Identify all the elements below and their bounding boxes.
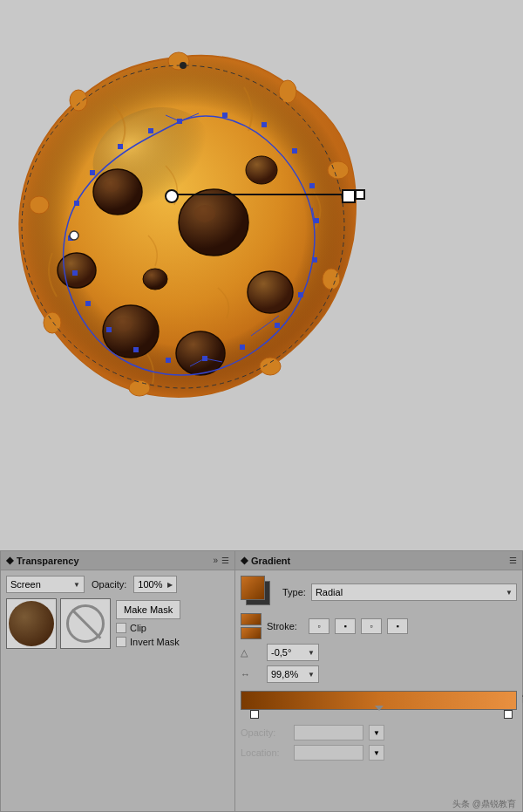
gradient-tool-line: [170, 194, 353, 195]
type-dropdown-arrow: ▼: [506, 589, 513, 597]
angle-arrow: ▼: [308, 649, 315, 657]
angle-row: △ -0,5° ▼: [241, 644, 517, 661]
gradient-menu-icon[interactable]: ☰: [509, 556, 517, 565]
gradient-stop-left[interactable]: [250, 710, 259, 719]
transparency-panel-title: ◆ Transparency: [6, 555, 79, 566]
gradient-panel: ◆ Gradient ☰ Type: Radial ▼: [235, 550, 523, 812]
invert-mask-label: Invert Mask: [130, 637, 180, 647]
mask-thumbnail[interactable]: [60, 598, 111, 649]
diamond-icon: ◆: [6, 555, 13, 566]
opacity-arrow: ▶: [167, 581, 173, 589]
gradient-location-input[interactable]: [294, 745, 363, 761]
stroke-row: Stroke: ▫ ▪ ▫ ▪: [241, 613, 517, 639]
cookie-illustration: [9, 35, 357, 454]
gradient-panel-title: ◆ Gradient: [241, 555, 290, 566]
layer-thumb-ball: [9, 601, 54, 646]
no-mask-icon: [66, 604, 105, 643]
gradient-opacity-row: Opacity: ▼: [241, 725, 517, 740]
scale-input[interactable]: 99,8% ▼: [267, 665, 319, 683]
type-label: Type:: [282, 587, 306, 597]
gradient-swatch-front: [241, 576, 265, 600]
scale-row: ↔ 99,8% ▼: [241, 665, 517, 683]
make-mask-button[interactable]: Make Mask: [116, 600, 180, 619]
gradient-opacity-input[interactable]: [294, 725, 363, 740]
svg-point-20: [143, 269, 167, 290]
gradient-midpoint[interactable]: [375, 706, 384, 711]
panel-header-controls: » ☰: [213, 556, 229, 565]
svg-point-2: [279, 80, 296, 103]
clip-checkbox-row: Clip: [116, 623, 180, 633]
svg-point-18: [248, 271, 293, 313]
transparency-panel-body: Screen ▼ Opacity: 100% ▶: [1, 570, 234, 654]
svg-point-9: [70, 90, 87, 111]
mode-dropdown-arrow: ▼: [73, 581, 80, 589]
gradient-bar-container: 🗑: [241, 691, 517, 710]
gradient-opacity-label: Opacity:: [241, 727, 289, 738]
svg-point-14: [58, 253, 96, 288]
svg-point-1: [168, 52, 189, 70]
svg-point-13: [104, 180, 119, 192]
diamond-icon-2: ◆: [241, 555, 248, 566]
gradient-location-dropdown[interactable]: ▼: [369, 745, 384, 761]
stroke-btn-1[interactable]: ▫: [309, 618, 329, 634]
blend-mode-select[interactable]: Screen ▼: [6, 576, 85, 593]
gradient-panel-body: Type: Radial ▼ Stroke: ▫ ▪ ▫ ▪: [235, 570, 522, 766]
svg-point-7: [44, 312, 61, 333]
gradient-panel-header: ◆ Gradient ☰: [235, 551, 522, 570]
collapse-icon[interactable]: »: [213, 556, 218, 565]
gradient-location-row: Location: ▼: [241, 745, 517, 761]
svg-point-11: [194, 205, 215, 222]
invert-mask-checkbox-row: Invert Mask: [116, 637, 180, 647]
svg-point-17: [176, 331, 225, 375]
scale-icon: ↔: [241, 669, 262, 679]
gradient-bar[interactable]: [241, 691, 517, 710]
layer-thumbnail[interactable]: [6, 598, 57, 649]
clip-label: Clip: [130, 623, 146, 633]
svg-point-15: [103, 305, 159, 358]
gradient-type-select[interactable]: Radial ▼: [311, 583, 517, 601]
gradient-location-label: Location:: [241, 747, 289, 758]
transparency-panel: ◆ Transparency » ☰ Screen ▼ Opacity: 100…: [0, 550, 235, 812]
svg-point-4: [323, 269, 340, 290]
stroke-btn-3[interactable]: ▫: [361, 618, 382, 634]
gradient-swatch[interactable]: [241, 576, 277, 609]
opacity-label: Opacity:: [92, 579, 126, 590]
watermark: 头条 @鼎锐教育: [452, 798, 516, 810]
svg-point-8: [30, 196, 49, 214]
gradient-type-row: Type: Radial ▼: [241, 576, 517, 609]
transparency-panel-header: ◆ Transparency » ☰: [1, 551, 234, 570]
svg-point-5: [260, 358, 281, 375]
stroke-label: Stroke:: [267, 621, 303, 631]
menu-icon[interactable]: ☰: [221, 556, 229, 565]
svg-point-19: [246, 156, 277, 184]
gradient-opacity-dropdown[interactable]: ▼: [369, 725, 384, 740]
angle-icon: △: [241, 647, 262, 658]
mode-opacity-row: Screen ▼ Opacity: 100% ▶: [6, 576, 229, 593]
svg-point-12: [93, 169, 142, 215]
svg-point-16: [115, 317, 132, 331]
svg-point-10: [179, 189, 248, 256]
opacity-input[interactable]: 100% ▶: [133, 576, 177, 593]
angle-input[interactable]: -0,5° ▼: [267, 644, 319, 661]
panels-area: ◆ Transparency » ☰ Screen ▼ Opacity: 100…: [0, 550, 523, 812]
gradient-header-controls: ☰: [509, 556, 517, 565]
clip-checkbox[interactable]: [116, 623, 126, 633]
canvas-area: [0, 0, 523, 549]
scale-arrow: ▼: [308, 671, 315, 679]
invert-mask-checkbox[interactable]: [116, 637, 126, 647]
stroke-btn-4[interactable]: ▪: [387, 618, 408, 634]
stroke-btn-2[interactable]: ▪: [335, 618, 356, 634]
svg-point-3: [328, 161, 349, 179]
svg-point-6: [129, 380, 150, 396]
gradient-stop-right[interactable]: [504, 710, 513, 719]
